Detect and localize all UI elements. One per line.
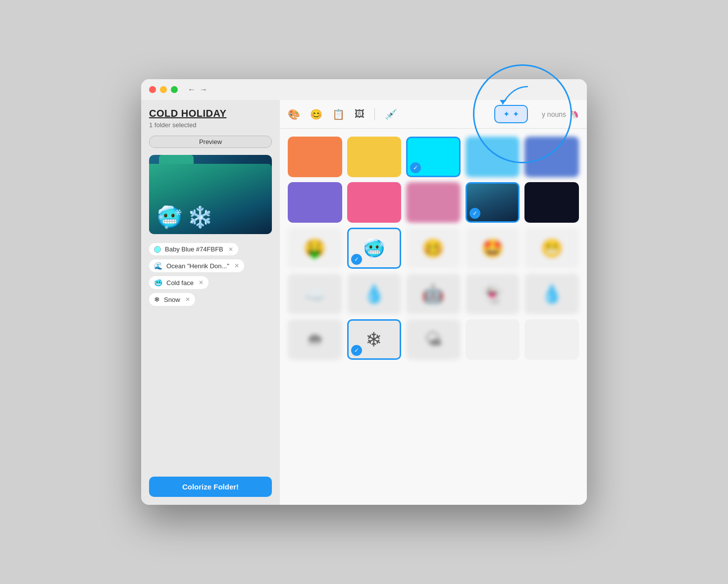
folder-preview: 🥶 ❄️ [149,155,272,234]
folder-title: COLD HOLIDAY [149,108,272,119]
remove-tag-snow[interactable]: ✕ [185,296,190,303]
grid-item-emoji-1[interactable]: 🤑 [288,228,342,268]
snowflake-emoji: ❄️ [187,205,213,229]
grid-item-empty-1[interactable] [466,319,520,360]
traffic-lights [149,86,178,93]
tag-baby-blue: Baby Blue #74FBFB ✕ [149,243,238,255]
grid-item-ocean-selected[interactable]: ✓ [466,182,520,223]
grid-item-cyan-selected[interactable]: ✓ [406,137,461,177]
tag-label: Ocean "Henrik Don..." [166,262,229,270]
grid-item-orange[interactable] [288,137,342,177]
tag-ocean-icon: 🌊 [154,262,162,270]
tag-ocean: 🌊 Ocean "Henrik Don..." ✕ [149,259,244,272]
colorize-button[interactable]: Colorize Folder! [149,477,272,497]
app-window: ← → COLD HOLIDAY 1 folder selected Previ… [141,79,587,505]
copy-icon[interactable]: 📋 [332,108,345,120]
cold-face-emoji: 🥶 [156,205,182,229]
grid-item-bubble[interactable]: 💧 [347,274,402,314]
preview-button[interactable]: Preview [149,136,272,148]
check-badge: ✓ [410,162,421,173]
search-area: y nouns 🦄 [542,109,579,119]
nav-arrows: ← → [188,85,208,94]
tag-cold-face: 🥶 Cold face ✕ [149,276,208,289]
palette-icon[interactable]: 🎨 [288,108,300,120]
grid-item-purple[interactable] [288,182,342,223]
remove-tag-cold-face[interactable]: ✕ [199,279,204,286]
check-badge: ✓ [351,345,362,356]
folder-subtitle: 1 folder selected [149,121,272,129]
grid-item-emoji-5[interactable]: 😬 [524,228,579,268]
check-badge: ✓ [469,208,480,219]
grid-item-water[interactable]: 💧 [524,274,579,314]
magic-wand-icon: ✦ [503,109,510,119]
image-grid: ✓ ✓ 🤑 [288,137,579,360]
grid-item-blue[interactable] [524,137,579,177]
grid-item-sky[interactable] [466,137,520,177]
grid-item-emoji-3[interactable]: 🥴 [406,228,461,268]
forward-arrow[interactable]: → [200,85,208,94]
grid-item-cloud[interactable]: ☁️ [288,274,342,314]
grid-item-robot[interactable]: 🤖 [406,274,461,314]
grid-item-snowflake-selected[interactable]: ❄ ✓ [347,319,402,360]
tag-cold-face-icon: 🥶 [154,279,162,287]
tags-list: Baby Blue #74FBFB ✕ 🌊 Ocean "Henrik Don.… [149,243,272,469]
sidebar: COLD HOLIDAY 1 folder selected Preview 🥶… [141,100,280,505]
maximize-button[interactable] [171,86,178,93]
back-arrow[interactable]: ← [188,85,196,94]
check-badge: ✓ [351,254,362,265]
folder-tab [159,155,194,165]
magic-wand-button[interactable]: ✦ ✦ [494,105,528,123]
minimize-button[interactable] [160,86,167,93]
grid-item-emoji-4[interactable]: 🤩 [466,228,520,268]
grid-item-dark[interactable] [524,182,579,223]
grid-item-empty-2[interactable] [524,319,579,360]
tag-label: Baby Blue #74FBFB [165,245,223,253]
search-placeholder: y nouns [542,110,566,118]
folder-emojis: 🥶 ❄️ [156,205,213,229]
tag-color-dot [154,246,161,253]
magic-stars-icon: ✦ [513,109,519,119]
grid-item-rain[interactable]: 🌧 [288,319,342,360]
photo-icon[interactable]: 🖼 [355,108,364,120]
grid-item-cold-face-selected[interactable]: 🥶 ✓ [347,228,402,268]
remove-tag-ocean[interactable]: ✕ [234,262,239,269]
title-bar: ← → [141,79,587,100]
tag-snow-icon: ❄ [154,295,160,303]
grid-item-pink[interactable] [347,182,402,223]
eyedropper-icon[interactable]: 💉 [385,108,397,120]
tag-label: Snow [164,296,180,303]
grid-item-yellow[interactable] [347,137,402,177]
grid-item-partcloud[interactable]: 🌤 [406,319,461,360]
unicorn-icon: 🦄 [569,109,579,119]
content-area: 🎨 😊 📋 🖼 💉 ✦ ✦ y nouns 🦄 [280,100,587,505]
separator [374,108,375,120]
tag-snow: ❄ Snow ✕ [149,293,195,306]
toolbar: 🎨 😊 📋 🖼 💉 ✦ ✦ y nouns 🦄 [280,100,587,129]
main-body: COLD HOLIDAY 1 folder selected Preview 🥶… [141,100,587,505]
grid-container: ✓ ✓ 🤑 [280,129,587,505]
tag-label: Cold face [166,279,194,287]
grid-item-mauve[interactable] [406,182,461,223]
emoji-icon[interactable]: 😊 [310,108,322,120]
remove-tag-baby-blue[interactable]: ✕ [228,246,233,253]
close-button[interactable] [149,86,156,93]
window-wrapper: ← → COLD HOLIDAY 1 folder selected Previ… [141,79,587,505]
grid-item-ghost[interactable]: 👻 [466,274,520,314]
